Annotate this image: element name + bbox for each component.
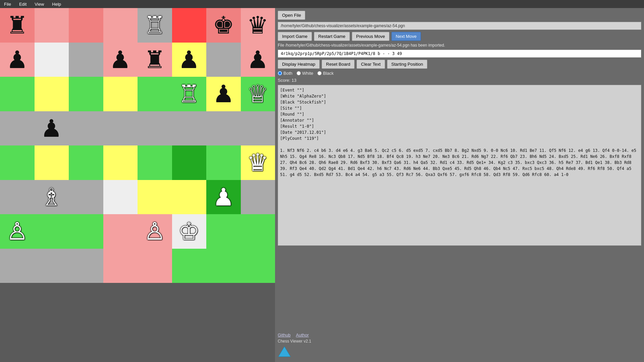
piece-3-1: ♟ — [41, 116, 62, 140]
piece-6-0: ♙ — [6, 219, 28, 243]
cell-3-3[interactable] — [103, 111, 138, 146]
cell-7-7[interactable] — [241, 249, 275, 283]
cell-7-2[interactable] — [69, 249, 103, 283]
cell-2-7[interactable]: ♕ — [241, 77, 275, 111]
cell-2-1[interactable] — [35, 77, 69, 111]
cell-1-3[interactable]: ♟ — [103, 43, 138, 77]
cell-5-6[interactable]: ♟ — [206, 180, 241, 215]
cell-5-3[interactable] — [103, 180, 138, 215]
status-row: File /home/tyler/Github/chess-visualizer… — [278, 43, 641, 48]
cell-4-4[interactable] — [138, 145, 172, 180]
game-controls-row: Import Game Restart Game Previous Move N… — [278, 32, 641, 41]
cell-6-0[interactable]: ♙ — [0, 214, 35, 249]
radio-black[interactable] — [317, 71, 322, 75]
cell-5-4[interactable] — [138, 180, 172, 215]
display-heatmap-button[interactable]: Display Heatmap — [278, 60, 320, 69]
status-message: File /home/tyler/Github/chess-visualizer… — [278, 43, 445, 48]
open-file-button[interactable]: Open File — [278, 11, 305, 20]
score-row: Score: 13 — [278, 78, 641, 83]
cell-5-5[interactable] — [172, 180, 207, 215]
cell-4-1[interactable] — [35, 145, 69, 180]
cell-3-6[interactable] — [206, 111, 241, 146]
board-controls-row: Display Heatmap Reset Board Clear Text S… — [278, 60, 641, 69]
piece-1-0: ♟ — [6, 48, 28, 72]
cell-7-1[interactable] — [35, 249, 69, 283]
cell-0-5[interactable] — [172, 8, 207, 43]
cell-2-4[interactable] — [138, 77, 172, 111]
cell-4-2[interactable] — [69, 145, 103, 180]
cell-4-6[interactable] — [206, 145, 241, 180]
cell-1-0[interactable]: ♟ — [0, 43, 35, 77]
cell-3-1[interactable]: ♟ — [35, 111, 69, 146]
cell-1-7[interactable]: ♟ — [241, 43, 275, 77]
cell-0-3[interactable] — [103, 8, 138, 43]
cell-3-2[interactable] — [69, 111, 103, 146]
radio-both-label[interactable]: Both — [278, 71, 292, 76]
cell-4-7[interactable]: ♛ — [241, 145, 275, 180]
clear-text-button[interactable]: Clear Text — [357, 60, 385, 69]
menu-file[interactable]: File — [0, 1, 15, 7]
cell-5-2[interactable] — [69, 180, 103, 215]
cell-6-2[interactable] — [69, 214, 103, 249]
cell-2-5[interactable]: ♖ — [172, 77, 207, 111]
radio-white[interactable] — [297, 71, 301, 75]
cell-4-3[interactable] — [103, 145, 138, 180]
cell-6-7[interactable] — [241, 214, 275, 249]
pgn-text-area[interactable]: [Event ""] [White "AlphaZero"] [Black "S… — [278, 85, 641, 246]
fen-input[interactable] — [278, 50, 641, 58]
cell-7-0[interactable] — [0, 249, 35, 283]
github-link[interactable]: Github — [278, 333, 290, 338]
radio-both[interactable] — [278, 71, 282, 75]
starting-position-button[interactable]: Starting Position — [387, 60, 428, 69]
cell-2-6[interactable]: ♟ — [206, 77, 241, 111]
cell-2-0[interactable] — [0, 77, 35, 111]
next-move-button[interactable]: Next Move — [391, 32, 421, 41]
cell-7-6[interactable] — [206, 249, 241, 283]
cell-0-7[interactable]: ♛ — [241, 8, 275, 43]
restart-game-button[interactable]: Restart Game — [314, 32, 350, 41]
cell-3-0[interactable] — [0, 111, 35, 146]
reset-board-button[interactable]: Reset Board — [322, 60, 355, 69]
cell-6-4[interactable]: ♙ — [138, 214, 172, 249]
cell-2-3[interactable] — [103, 77, 138, 111]
cell-0-1[interactable] — [35, 8, 69, 43]
cell-0-4[interactable]: ♖ — [138, 8, 172, 43]
cell-7-5[interactable] — [172, 249, 207, 283]
cell-6-3[interactable] — [103, 214, 138, 249]
radio-black-text: Black — [323, 71, 334, 76]
previous-move-button[interactable]: Previous Move — [352, 32, 389, 41]
cell-1-2[interactable] — [69, 43, 103, 77]
cell-3-5[interactable] — [172, 111, 207, 146]
import-game-button[interactable]: Import Game — [278, 32, 312, 41]
cell-5-7[interactable] — [241, 180, 275, 215]
cell-5-1[interactable]: ♗ — [35, 180, 69, 215]
cell-4-5[interactable] — [172, 145, 207, 180]
menu-view[interactable]: View — [31, 1, 48, 7]
cell-0-6[interactable]: ♚ — [206, 8, 241, 43]
cell-0-2[interactable] — [69, 8, 103, 43]
cell-4-0[interactable] — [0, 145, 35, 180]
cell-5-0[interactable] — [0, 180, 35, 215]
cell-0-0[interactable]: ♜ — [0, 8, 35, 43]
cell-6-5[interactable]: ♔ — [172, 214, 207, 249]
cell-3-7[interactable] — [241, 111, 275, 146]
piece-5-1: ♗ — [41, 185, 62, 209]
menu-help[interactable]: Help — [48, 1, 65, 7]
radio-black-label[interactable]: Black — [317, 71, 334, 76]
menu-bar: File Edit View Help — [0, 0, 644, 8]
cell-3-4[interactable] — [138, 111, 172, 146]
cell-1-1[interactable] — [35, 43, 69, 77]
author-link[interactable]: Author — [296, 333, 309, 338]
piece-2-7: ♕ — [247, 82, 269, 106]
cell-6-6[interactable] — [206, 214, 241, 249]
cell-1-6[interactable] — [206, 43, 241, 77]
score-display: Score: 13 — [278, 78, 297, 83]
cell-7-3[interactable] — [103, 249, 138, 283]
cell-6-1[interactable] — [35, 214, 69, 249]
cell-1-4[interactable]: ♜ — [138, 43, 172, 77]
cell-7-4[interactable] — [138, 249, 172, 283]
cell-2-2[interactable] — [69, 77, 103, 111]
menu-edit[interactable]: Edit — [15, 1, 31, 7]
radio-white-label[interactable]: White — [297, 71, 313, 76]
cell-1-5[interactable]: ♟ — [172, 43, 207, 77]
